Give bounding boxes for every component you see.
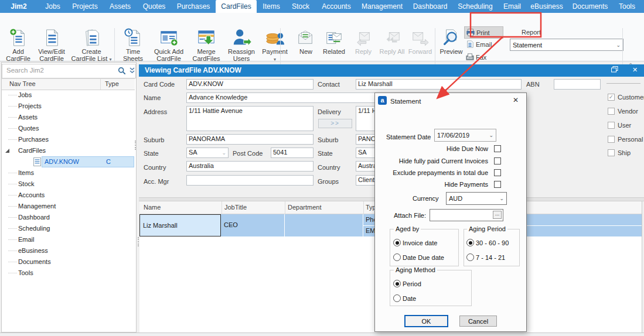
tab-assets[interactable]: Assets xyxy=(105,0,135,13)
cancel-button[interactable]: Cancel xyxy=(459,316,497,327)
sidebar-item-cardfiles[interactable]: CardFiles xyxy=(2,145,135,156)
quick-add-cardfile-button[interactable]: Quick Add CardFile xyxy=(149,27,189,66)
fax-button[interactable]: Fax xyxy=(464,52,500,63)
panel-splitter[interactable] xyxy=(138,237,141,246)
tab-email[interactable]: Email xyxy=(500,0,524,13)
tab-tools[interactable]: Tools xyxy=(614,0,640,13)
column-divider[interactable] xyxy=(285,201,285,214)
column-divider[interactable] xyxy=(222,201,222,214)
print-button[interactable]: Print xyxy=(464,26,503,39)
sidebar-item-management[interactable]: Management xyxy=(2,201,135,212)
postcode-field[interactable]: 5041 xyxy=(271,148,314,158)
sidebar-item-accounts[interactable]: Accounts xyxy=(2,190,135,201)
merge-cardfiles-button[interactable]: Merge CardFiles xyxy=(189,27,224,66)
date-due-date-radio[interactable] xyxy=(393,253,401,261)
sidebar-item-projects[interactable]: Projects xyxy=(2,101,135,112)
address-field[interactable]: 1/11 Hattie Avenue xyxy=(186,106,314,131)
email-report-button[interactable]: Email xyxy=(464,39,503,50)
attach-file-input[interactable]: ... xyxy=(430,209,503,221)
hide-due-now-checkbox[interactable] xyxy=(494,145,501,152)
tab-scheduling[interactable]: Scheduling xyxy=(455,0,496,13)
add-cardfile-button[interactable]: Add CardFile xyxy=(4,27,33,66)
tab-quotes[interactable]: Quotes xyxy=(139,0,169,13)
aging-30-60-90-radio[interactable] xyxy=(466,239,474,246)
column-name[interactable]: Name xyxy=(144,204,161,211)
preview-button[interactable]: Preview xyxy=(437,27,465,66)
related-button[interactable]: Related xyxy=(320,27,348,66)
tab-accounts[interactable]: Accounts xyxy=(319,0,354,13)
card-code-field[interactable]: ADV.KNOW xyxy=(186,79,314,90)
search-input[interactable]: Search Jim2 xyxy=(2,64,136,78)
browse-button[interactable]: ... xyxy=(493,211,502,219)
tree-expanded-icon[interactable] xyxy=(5,148,10,153)
exclude-prepayments-checkbox[interactable] xyxy=(494,169,501,176)
report-select[interactable]: Statement ⌄ xyxy=(510,39,623,51)
sidebar-item-dashboard[interactable]: Dashboard xyxy=(2,212,135,223)
vendor-checkbox[interactable] xyxy=(608,108,615,115)
personal-checkbox[interactable] xyxy=(608,136,615,143)
search-icon[interactable] xyxy=(118,67,126,75)
tab-stock[interactable]: Stock xyxy=(287,0,314,13)
column-jobtitle[interactable]: JobTitle xyxy=(224,204,247,211)
create-cardfile-list-button[interactable]: Create CardFile List ▾ xyxy=(70,27,113,66)
sidebar-item-assets[interactable]: Assets xyxy=(2,112,135,123)
sidebar-item-ebusiness[interactable]: eBusiness xyxy=(2,245,135,256)
aging-7-14-21-radio[interactable] xyxy=(466,253,474,261)
tab-projects[interactable]: Projects xyxy=(68,0,102,13)
tab-jobs[interactable]: Jobs xyxy=(40,0,66,13)
jobtitle-cell[interactable]: CEO xyxy=(224,221,238,228)
tab-management[interactable]: Management xyxy=(359,0,406,13)
copy-address-button[interactable]: >> xyxy=(318,119,352,128)
statement-date-select[interactable]: 17/06/2019 ⌄ xyxy=(434,129,496,142)
name-cell[interactable]: Liz Marshall xyxy=(139,214,221,236)
ship-checkbox[interactable] xyxy=(608,149,615,156)
currency-select[interactable]: AUD ⌄ xyxy=(446,192,507,205)
close-window-icon[interactable]: ✕ xyxy=(632,66,638,74)
sidebar-item-scheduling[interactable]: Scheduling xyxy=(2,223,135,234)
sidebar-item-stock[interactable]: Stock xyxy=(2,179,135,190)
time-sheets-button[interactable]: Time Sheets xyxy=(117,27,149,66)
suburb-field[interactable]: PANORAMA xyxy=(186,134,314,145)
country-field[interactable]: Australia xyxy=(186,161,314,172)
view-edit-cardfile-button[interactable]: View/Edit CardFile xyxy=(34,27,69,66)
date-radio[interactable] xyxy=(393,294,401,302)
tab-cardfiles[interactable]: CardFiles xyxy=(216,0,257,13)
state-select[interactable]: SA ⌄ xyxy=(186,148,229,158)
column-divider[interactable] xyxy=(363,201,364,214)
hide-payments-checkbox[interactable] xyxy=(494,181,501,188)
tab-purchases[interactable]: Purchases xyxy=(172,0,214,13)
tab-dashboard[interactable]: Dashboard xyxy=(410,0,450,13)
restore-window-icon[interactable] xyxy=(611,66,618,73)
sidebar-item-purchases[interactable]: Purchases xyxy=(2,134,135,145)
sidebar-item-email[interactable]: Email xyxy=(2,234,135,245)
acc-mgr-field[interactable] xyxy=(186,175,314,186)
reassign-users-button[interactable]: Reassign Users xyxy=(224,27,259,66)
navtree-header[interactable]: Nav Tree Type xyxy=(2,78,135,90)
sidebar-item-jobs[interactable]: Jobs xyxy=(2,90,135,101)
tab-items[interactable]: Items xyxy=(259,0,284,13)
tab-ebusiness[interactable]: eBusiness xyxy=(529,0,565,13)
ok-button[interactable]: OK xyxy=(404,315,448,327)
sidebar-item-quotes[interactable]: Quotes xyxy=(2,123,135,134)
cardfile-window-header[interactable]: Viewing CardFile ADV.KNOW ✕ xyxy=(139,64,644,77)
sidebar-item-documents[interactable]: Documents xyxy=(2,256,135,268)
payment-button[interactable]: Payment▾ xyxy=(259,27,291,66)
close-icon[interactable]: ✕ xyxy=(510,96,522,105)
customer-checkbox[interactable]: ✓ xyxy=(608,94,615,101)
sidebar-item-tools[interactable]: Tools xyxy=(2,268,135,279)
sidebar-item-adv-know[interactable]: ADV.KNOW C xyxy=(2,156,135,167)
tab-documents[interactable]: Documents xyxy=(571,0,609,13)
user-checkbox[interactable] xyxy=(608,122,615,129)
new-email-button[interactable]: New xyxy=(293,27,319,66)
tab-jim2[interactable]: Jim2 xyxy=(5,0,33,13)
invoice-date-radio[interactable] xyxy=(393,239,401,246)
sidebar-splitter[interactable] xyxy=(135,140,138,150)
contact-field[interactable]: Liz Marshall xyxy=(356,79,522,90)
column-department[interactable]: Department xyxy=(288,204,321,211)
abn-field[interactable] xyxy=(554,79,601,90)
hide-fully-paid-checkbox[interactable] xyxy=(494,157,501,164)
column-divider[interactable] xyxy=(100,79,101,90)
sidebar-item-items[interactable]: Items xyxy=(2,167,135,179)
period-radio[interactable] xyxy=(393,280,401,287)
chevron-double-down-icon[interactable] xyxy=(129,67,135,75)
